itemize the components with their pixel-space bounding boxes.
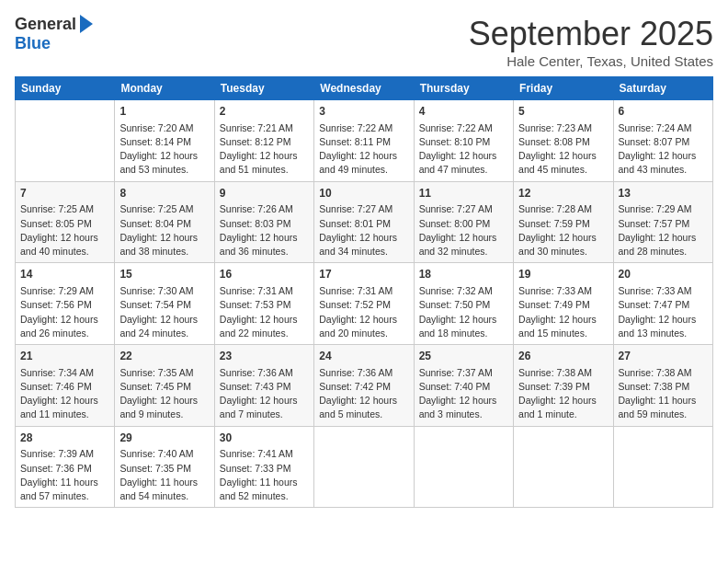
day-info: Sunrise: 7:31 AMSunset: 7:52 PMDaylight:… bbox=[319, 284, 408, 340]
day-info: Sunrise: 7:32 AMSunset: 7:50 PMDaylight:… bbox=[419, 284, 508, 340]
day-info: Sunrise: 7:27 AMSunset: 8:01 PMDaylight:… bbox=[319, 202, 408, 259]
day-info: Sunrise: 7:36 AMSunset: 7:43 PMDaylight:… bbox=[220, 366, 309, 422]
calendar-header-friday: Friday bbox=[514, 77, 613, 100]
calendar-header-monday: Monday bbox=[115, 77, 214, 100]
day-number: 27 bbox=[619, 349, 708, 364]
day-info: Sunrise: 7:31 AMSunset: 7:53 PMDaylight:… bbox=[220, 284, 309, 340]
calendar-day-cell: 21Sunrise: 7:34 AMSunset: 7:46 PMDayligh… bbox=[16, 345, 115, 427]
calendar-day-cell: 19Sunrise: 7:33 AMSunset: 7:49 PMDayligh… bbox=[514, 263, 613, 345]
calendar-day-cell: 12Sunrise: 7:28 AMSunset: 7:59 PMDayligh… bbox=[514, 181, 613, 263]
day-info: Sunrise: 7:40 AMSunset: 7:35 PMDaylight:… bbox=[119, 447, 209, 503]
day-info: Sunrise: 7:25 AMSunset: 8:05 PMDaylight:… bbox=[20, 202, 109, 259]
page-header: General Blue September 2025 Hale Center,… bbox=[15, 15, 713, 69]
calendar-week-row: 14Sunrise: 7:29 AMSunset: 7:56 PMDayligh… bbox=[16, 263, 713, 345]
calendar-day-cell: 25Sunrise: 7:37 AMSunset: 7:40 PMDayligh… bbox=[414, 345, 513, 427]
day-info: Sunrise: 7:36 AMSunset: 7:42 PMDaylight:… bbox=[319, 366, 408, 422]
day-info: Sunrise: 7:25 AMSunset: 8:04 PMDaylight:… bbox=[119, 202, 209, 259]
day-info: Sunrise: 7:34 AMSunset: 7:46 PMDaylight:… bbox=[20, 366, 109, 422]
day-number: 30 bbox=[220, 431, 309, 446]
calendar-day-cell: 2Sunrise: 7:21 AMSunset: 8:12 PMDaylight… bbox=[214, 100, 313, 182]
day-info: Sunrise: 7:38 AMSunset: 7:38 PMDaylight:… bbox=[619, 366, 708, 422]
calendar-day-cell: 28Sunrise: 7:39 AMSunset: 7:36 PMDayligh… bbox=[16, 426, 115, 508]
calendar-header-saturday: Saturday bbox=[613, 77, 712, 100]
day-number: 20 bbox=[619, 267, 708, 282]
day-number: 4 bbox=[419, 104, 508, 120]
day-number: 15 bbox=[119, 267, 209, 282]
calendar-empty-cell bbox=[613, 426, 712, 508]
calendar-week-row: 21Sunrise: 7:34 AMSunset: 7:46 PMDayligh… bbox=[16, 345, 713, 427]
day-info: Sunrise: 7:27 AMSunset: 8:00 PMDaylight:… bbox=[419, 202, 508, 259]
calendar-header-thursday: Thursday bbox=[414, 77, 513, 100]
day-info: Sunrise: 7:22 AMSunset: 8:10 PMDaylight:… bbox=[419, 121, 508, 178]
month-title: September 2025 bbox=[469, 15, 713, 53]
day-number: 16 bbox=[220, 267, 309, 282]
day-number: 7 bbox=[20, 186, 109, 201]
day-info: Sunrise: 7:23 AMSunset: 8:08 PMDaylight:… bbox=[518, 121, 608, 178]
logo: General Blue bbox=[15, 15, 93, 53]
calendar-empty-cell bbox=[514, 426, 613, 508]
day-info: Sunrise: 7:41 AMSunset: 7:33 PMDaylight:… bbox=[220, 447, 309, 503]
calendar-week-row: 1Sunrise: 7:20 AMSunset: 8:14 PMDaylight… bbox=[16, 100, 713, 182]
day-number: 28 bbox=[20, 431, 109, 446]
calendar-day-cell: 26Sunrise: 7:38 AMSunset: 7:39 PMDayligh… bbox=[514, 345, 613, 427]
day-number: 10 bbox=[319, 186, 408, 201]
day-number: 24 bbox=[319, 349, 408, 364]
calendar-day-cell: 13Sunrise: 7:29 AMSunset: 7:57 PMDayligh… bbox=[613, 181, 712, 263]
day-info: Sunrise: 7:39 AMSunset: 7:36 PMDaylight:… bbox=[20, 447, 109, 503]
calendar-day-cell: 5Sunrise: 7:23 AMSunset: 8:08 PMDaylight… bbox=[514, 100, 613, 182]
day-number: 21 bbox=[20, 349, 109, 364]
day-number: 5 bbox=[518, 104, 608, 120]
day-number: 2 bbox=[220, 104, 309, 120]
day-number: 13 bbox=[619, 186, 708, 201]
day-number: 9 bbox=[220, 186, 309, 201]
day-info: Sunrise: 7:20 AMSunset: 8:14 PMDaylight:… bbox=[119, 121, 209, 178]
calendar-day-cell: 4Sunrise: 7:22 AMSunset: 8:10 PMDaylight… bbox=[414, 100, 513, 182]
day-number: 12 bbox=[518, 186, 608, 201]
day-number: 22 bbox=[119, 349, 209, 364]
calendar-empty-cell bbox=[16, 100, 115, 182]
day-info: Sunrise: 7:29 AMSunset: 7:56 PMDaylight:… bbox=[20, 284, 109, 340]
calendar-week-row: 7Sunrise: 7:25 AMSunset: 8:05 PMDaylight… bbox=[16, 181, 713, 263]
day-info: Sunrise: 7:38 AMSunset: 7:39 PMDaylight:… bbox=[518, 366, 608, 422]
day-number: 14 bbox=[20, 267, 109, 282]
day-number: 11 bbox=[419, 186, 508, 201]
calendar-day-cell: 29Sunrise: 7:40 AMSunset: 7:35 PMDayligh… bbox=[115, 426, 214, 508]
calendar-day-cell: 6Sunrise: 7:24 AMSunset: 8:07 PMDaylight… bbox=[613, 100, 712, 182]
calendar-day-cell: 11Sunrise: 7:27 AMSunset: 8:00 PMDayligh… bbox=[414, 181, 513, 263]
calendar-day-cell: 10Sunrise: 7:27 AMSunset: 8:01 PMDayligh… bbox=[314, 181, 414, 263]
day-number: 19 bbox=[518, 267, 608, 282]
calendar-day-cell: 8Sunrise: 7:25 AMSunset: 8:04 PMDaylight… bbox=[115, 181, 214, 263]
day-info: Sunrise: 7:24 AMSunset: 8:07 PMDaylight:… bbox=[619, 121, 708, 178]
day-info: Sunrise: 7:33 AMSunset: 7:47 PMDaylight:… bbox=[619, 284, 708, 340]
day-info: Sunrise: 7:30 AMSunset: 7:54 PMDaylight:… bbox=[119, 284, 209, 340]
calendar-header-tuesday: Tuesday bbox=[214, 77, 313, 100]
calendar-day-cell: 7Sunrise: 7:25 AMSunset: 8:05 PMDaylight… bbox=[16, 181, 115, 263]
calendar-day-cell: 17Sunrise: 7:31 AMSunset: 7:52 PMDayligh… bbox=[314, 263, 414, 345]
calendar-week-row: 28Sunrise: 7:39 AMSunset: 7:36 PMDayligh… bbox=[16, 426, 713, 508]
calendar-day-cell: 30Sunrise: 7:41 AMSunset: 7:33 PMDayligh… bbox=[214, 426, 313, 508]
title-block: September 2025 Hale Center, Texas, Unite… bbox=[469, 15, 713, 69]
logo-general-text: General bbox=[15, 15, 76, 34]
calendar-day-cell: 20Sunrise: 7:33 AMSunset: 7:47 PMDayligh… bbox=[613, 263, 712, 345]
day-info: Sunrise: 7:29 AMSunset: 7:57 PMDaylight:… bbox=[619, 202, 708, 259]
day-number: 1 bbox=[119, 104, 209, 120]
calendar-day-cell: 15Sunrise: 7:30 AMSunset: 7:54 PMDayligh… bbox=[115, 263, 214, 345]
calendar-day-cell: 23Sunrise: 7:36 AMSunset: 7:43 PMDayligh… bbox=[214, 345, 313, 427]
calendar-header-wednesday: Wednesday bbox=[314, 77, 414, 100]
day-info: Sunrise: 7:22 AMSunset: 8:11 PMDaylight:… bbox=[319, 121, 408, 178]
day-info: Sunrise: 7:35 AMSunset: 7:45 PMDaylight:… bbox=[119, 366, 209, 422]
day-number: 6 bbox=[619, 104, 708, 120]
day-number: 18 bbox=[419, 267, 508, 282]
day-number: 25 bbox=[419, 349, 508, 364]
day-info: Sunrise: 7:33 AMSunset: 7:49 PMDaylight:… bbox=[518, 284, 608, 340]
day-info: Sunrise: 7:28 AMSunset: 7:59 PMDaylight:… bbox=[518, 202, 608, 259]
calendar-header-sunday: Sunday bbox=[16, 77, 115, 100]
day-number: 8 bbox=[119, 186, 209, 201]
calendar-day-cell: 27Sunrise: 7:38 AMSunset: 7:38 PMDayligh… bbox=[613, 345, 712, 427]
calendar-header-row: SundayMondayTuesdayWednesdayThursdayFrid… bbox=[16, 77, 713, 100]
logo-blue-text: Blue bbox=[15, 34, 51, 53]
day-number: 29 bbox=[119, 431, 209, 446]
calendar-day-cell: 24Sunrise: 7:36 AMSunset: 7:42 PMDayligh… bbox=[314, 345, 414, 427]
logo-arrow-icon bbox=[80, 15, 93, 33]
day-number: 23 bbox=[220, 349, 309, 364]
